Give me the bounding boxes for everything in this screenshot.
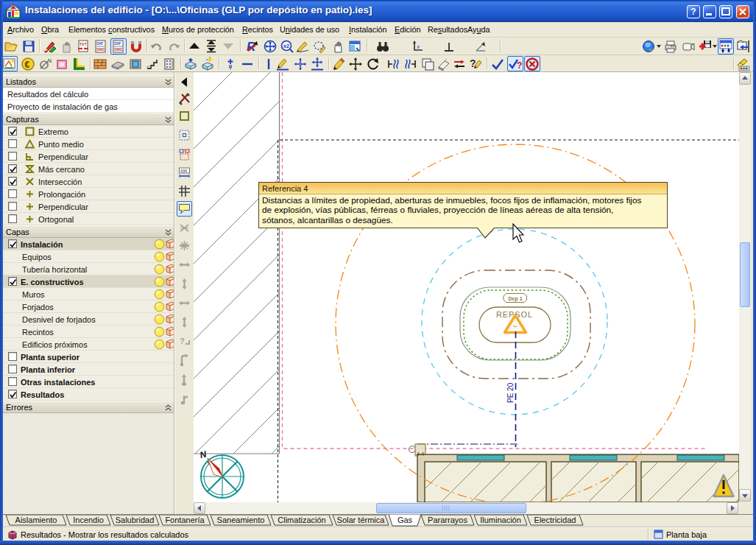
svg-text:x: x: [416, 43, 420, 50]
svg-text:Pararrayos: Pararrayos: [428, 516, 467, 524]
svg-text:DWG: DWG: [114, 48, 123, 52]
svg-text:434: 434: [180, 169, 187, 173]
svg-text:N: N: [48, 58, 52, 63]
svg-text:4-4: 4-4: [417, 451, 424, 457]
svg-text:Solar térmica: Solar térmica: [337, 516, 386, 524]
svg-text:DXF: DXF: [114, 42, 121, 46]
svg-text:€: €: [25, 60, 30, 70]
svg-text:Electricidad: Electricidad: [534, 516, 576, 524]
svg-text:TXT: TXT: [80, 42, 86, 46]
svg-text:DWG: DWG: [96, 48, 105, 52]
svg-text:Fontanería: Fontanería: [165, 516, 205, 524]
svg-text:Aislamiento: Aislamiento: [15, 516, 57, 524]
svg-text:Dep 1: Dep 1: [508, 296, 522, 302]
svg-text:Saneamiento: Saneamiento: [217, 516, 265, 524]
svg-text:PE 20: PE 20: [506, 382, 515, 403]
svg-text:?: ?: [180, 337, 185, 345]
svg-text:DXF: DXF: [96, 42, 103, 46]
svg-text:Iluminación: Iluminación: [480, 516, 521, 524]
svg-text:?: ?: [517, 60, 522, 71]
svg-text:Gas: Gas: [398, 516, 413, 524]
svg-text:Incendio: Incendio: [73, 516, 104, 524]
svg-text:Salubridad: Salubridad: [116, 516, 155, 524]
svg-text:x2: x2: [283, 43, 289, 49]
svg-text:Climatización: Climatización: [278, 516, 325, 524]
